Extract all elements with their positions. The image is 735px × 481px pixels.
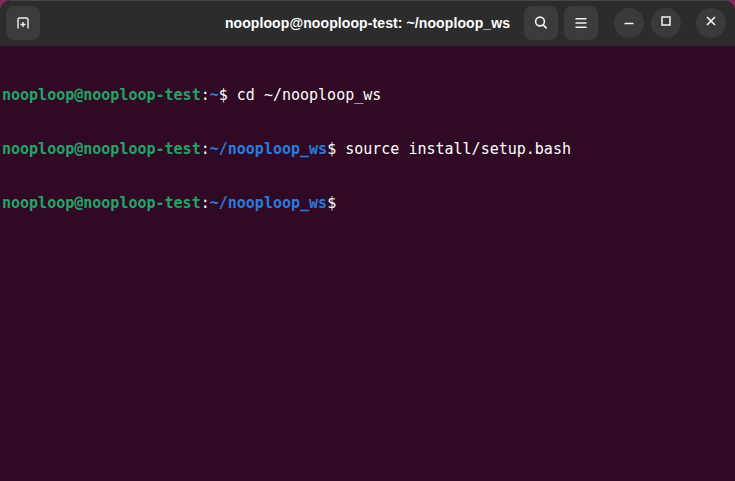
prompt-dollar: $ [327,194,336,212]
titlebar[interactable]: nooploop@nooploop-test: ~/nooploop_ws [0,0,735,46]
terminal-line-1: nooploop@nooploop-test:~$ cd ~/nooploop_… [2,86,733,104]
prompt-colon: : [201,140,210,158]
hamburger-menu-icon [572,14,590,32]
prompt-colon: : [201,194,210,212]
terminal-window: nooploop@nooploop-test: ~/nooploop_ws [0,0,735,481]
command-text: source install/setup.bash [336,140,571,158]
terminal-content[interactable]: nooploop@nooploop-test:~$ cd ~/nooploop_… [0,46,735,481]
menu-button[interactable] [564,6,598,40]
terminal-line-2: nooploop@nooploop-test:~/nooploop_ws$ so… [2,140,733,158]
search-icon [532,14,550,32]
search-button[interactable] [524,6,558,40]
minimize-icon [621,13,637,33]
prompt-colon: : [201,86,210,104]
window-title: nooploop@nooploop-test: ~/nooploop_ws [225,15,510,31]
command-text: cd ~/nooploop_ws [228,86,382,104]
prompt-path: ~/nooploop_ws [210,194,327,212]
minimize-button[interactable] [614,8,644,38]
prompt-user-host: nooploop@nooploop-test [2,194,201,212]
prompt-dollar: $ [219,86,228,104]
prompt-path: ~/nooploop_ws [210,140,327,158]
new-tab-button[interactable] [6,6,40,40]
close-button[interactable] [696,8,726,38]
close-icon [703,13,719,33]
prompt-user-host: nooploop@nooploop-test [2,86,201,104]
maximize-button[interactable] [651,8,681,38]
new-tab-icon [14,14,32,32]
prompt-dollar: $ [327,140,336,158]
prompt-path: ~ [210,86,219,104]
maximize-icon [658,13,674,33]
prompt-user-host: nooploop@nooploop-test [2,140,201,158]
terminal-line-3: nooploop@nooploop-test:~/nooploop_ws$ [2,194,733,212]
